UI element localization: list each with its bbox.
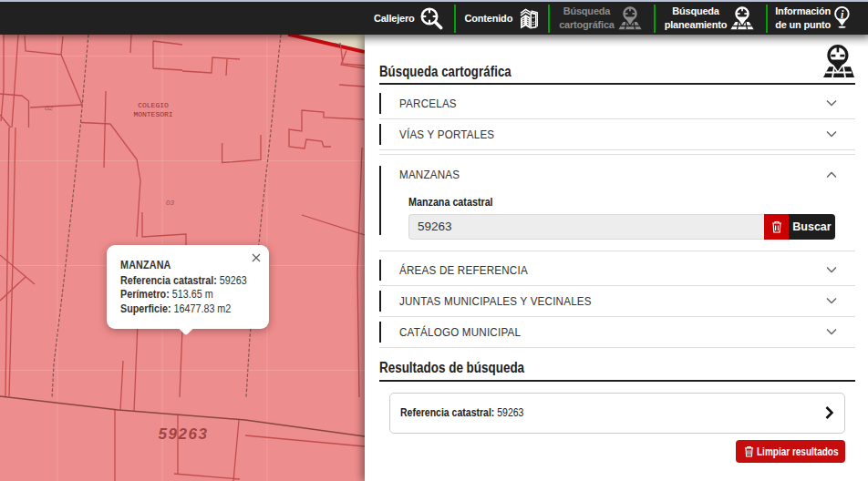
svg-text:02: 02 xyxy=(45,104,53,112)
svg-text:59263: 59263 xyxy=(159,425,209,443)
svg-text:COLEGIO: COLEGIO xyxy=(138,101,169,109)
svg-text:MONTESORI: MONTESORI xyxy=(133,110,172,118)
svg-text:i: i xyxy=(841,8,844,21)
svg-text:03: 03 xyxy=(166,199,174,207)
